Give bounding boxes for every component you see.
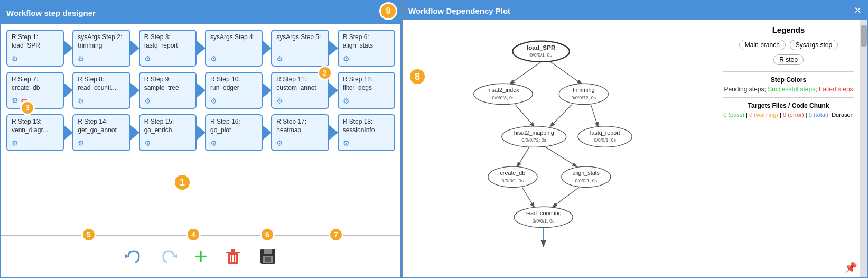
legend-sysargs-step[interactable]: Sysargs step: [790, 40, 838, 50]
step-block-s17[interactable]: R Step 17:heatmap ⚙: [271, 114, 329, 151]
scrollbar[interactable]: [860, 20, 867, 277]
scroll-thumb[interactable]: [861, 25, 867, 47]
arrow-s14-s15: [130, 125, 139, 141]
arrow-s13-s14: [63, 125, 73, 141]
undo-button[interactable]: [124, 247, 143, 266]
gear-icon-s11[interactable]: ⚙: [276, 97, 323, 105]
svg-line-17: [517, 147, 529, 166]
left-panel-header: Workflow step designer 9: [1, 1, 400, 24]
gear-icon-s5[interactable]: ⚙: [276, 54, 323, 63]
gear-icon-s15[interactable]: ⚙: [144, 139, 191, 147]
step-title-s6: R Step 6:align_stats: [343, 33, 390, 50]
pin-icon[interactable]: 📌: [844, 261, 857, 274]
step-row-3: R Step 13:venn_diagr... ⚙ R Step 14:get_…: [6, 114, 395, 151]
step-block-s4[interactable]: sysArgs Step 4: ⚙: [205, 30, 263, 67]
badge-2: 2: [318, 66, 332, 80]
gear-icon-s12[interactable]: ⚙: [343, 97, 390, 105]
step-title-s12: R Step 12:filter_degs: [343, 76, 390, 92]
right-panel-close-button[interactable]: ✕: [854, 5, 862, 16]
gear-icon-s16[interactable]: ⚙: [210, 139, 257, 147]
svg-rect-9: [264, 249, 272, 254]
gear-icon-s4[interactable]: ⚙: [210, 54, 257, 63]
arrow-s2-s3: [130, 40, 139, 56]
step-block-s15[interactable]: R Step 15:go_enrich ⚙: [139, 114, 197, 151]
legend-targets-title: Targets Files / Code Chunk: [723, 102, 854, 109]
svg-text:0/0/0/72; 0s: 0/0/0/72; 0s: [521, 137, 546, 143]
step-block-s18[interactable]: R Step 18:sessionInfo ⚙: [338, 114, 395, 151]
redo-button[interactable]: [159, 247, 178, 266]
badge-9: 9: [379, 2, 397, 20]
arrow-s10-s11: [262, 82, 272, 98]
add-step-button[interactable]: +: [194, 245, 208, 268]
arrow-s3-s4: [196, 40, 206, 56]
legend-main-branch[interactable]: Main branch: [739, 40, 786, 50]
step-block-s6[interactable]: R Step 6:align_stats ⚙: [338, 30, 395, 67]
step-block-s8[interactable]: R Step 8:read_counti... ⚙: [72, 72, 130, 109]
step-row-1: R Step 1:load_SPR ⚙ sysArgs Step 2: trim…: [6, 30, 395, 67]
step-block-s7[interactable]: R Step 7:create_db ⚙ ⇐ 3: [6, 72, 64, 109]
svg-text:hisat2_mapping: hisat2_mapping: [514, 129, 554, 136]
svg-line-13: [550, 62, 581, 84]
arrow-s17-s18: [329, 125, 338, 141]
gear-icon-s1[interactable]: ⚙: [12, 54, 59, 63]
gear-icon-s14[interactable]: ⚙: [78, 139, 125, 147]
gear-icon-s17[interactable]: ⚙: [276, 139, 323, 147]
step-block-s5[interactable]: sysArgs Step 5: ⚙: [271, 30, 329, 67]
step-title-s4: sysArgs Step 4:: [210, 33, 257, 42]
gear-icon-s9[interactable]: ⚙: [144, 97, 191, 105]
arrow-s9-s10: [196, 82, 206, 98]
legend-branches: Main branch Sysargs step R step: [723, 40, 854, 65]
gear-icon-s7[interactable]: ⚙: [12, 96, 18, 105]
step-block-s13[interactable]: R Step 13:venn_diagr... ⚙: [6, 114, 64, 151]
step-block-s16[interactable]: R Step 16:go_plot ⚙: [205, 114, 263, 151]
svg-text:create_db: create_db: [500, 170, 525, 176]
step-title-s11: R Step 11:custom_annot: [276, 76, 323, 92]
step-title-s2: sysArgs Step 2: trimming: [78, 33, 125, 50]
step-title-s3: R Step 3:fastq_report: [144, 33, 191, 50]
step-block-s9[interactable]: R Step 9:sample_tree ⚙: [139, 72, 197, 109]
svg-rect-4: [231, 249, 235, 252]
gear-icon-s6[interactable]: ⚙: [343, 54, 390, 63]
svg-text:0/0/0/8; 0s: 0/0/0/8; 0s: [492, 95, 515, 100]
gear-icon-s8[interactable]: ⚙: [78, 97, 125, 105]
legend-colors: Pending steps; Successful steps; Failed …: [723, 86, 854, 93]
gear-icon-s3[interactable]: ⚙: [144, 54, 191, 63]
save-button[interactable]: [258, 247, 277, 266]
gear-icon-s2[interactable]: ⚙: [78, 54, 125, 63]
step-block-s12[interactable]: R Step 12:filter_degs ⚙: [338, 72, 395, 109]
badge-3: 3: [20, 100, 35, 115]
legend-r-step[interactable]: R step: [773, 54, 804, 65]
step-block-s3[interactable]: R Step 3:fastq_report ⚙: [139, 30, 197, 67]
svg-text:0/0/0/1; 0s: 0/0/0/1; 0s: [575, 178, 597, 183]
svg-rect-3: [226, 252, 240, 253]
step-title-s1: R Step 1:load_SPR: [12, 33, 59, 50]
gear-icon-s13[interactable]: ⚙: [12, 139, 59, 147]
svg-line-12: [510, 62, 541, 84]
right-panel-title: Workflow Dependency Plot: [408, 6, 510, 15]
svg-text:load_SPR: load_SPR: [527, 44, 556, 51]
step-block-s14[interactable]: R Step 14:get_go_annot ⚙: [72, 114, 130, 151]
badge-5: 5: [81, 227, 96, 242]
svg-line-16: [591, 105, 598, 126]
gear-icon-s18[interactable]: ⚙: [343, 139, 390, 147]
svg-text:0/0/0/72; 0s: 0/0/0/72; 0s: [571, 95, 596, 100]
dependency-plot-area: 8: [403, 20, 717, 277]
svg-text:align_stats: align_stats: [573, 170, 600, 176]
svg-text:0/0/0/1; 0s: 0/0/0/1; 0s: [530, 52, 552, 58]
delete-button[interactable]: [223, 247, 242, 266]
left-panel-title: Workflow step designer: [6, 8, 96, 17]
step-block-s11[interactable]: R Step 11:custom_annot ⚙ 2: [271, 72, 329, 109]
gear-icon-s10[interactable]: ⚙: [210, 97, 257, 105]
step-title-s5: sysArgs Step 5:: [276, 33, 323, 42]
svg-line-18: [546, 147, 576, 166]
right-panel: Workflow Dependency Plot ✕ 8: [402, 0, 868, 278]
step-title-s18: R Step 18:sessionInfo: [343, 118, 390, 134]
svg-text:0/0/0/1; 0s: 0/0/0/1; 0s: [501, 178, 524, 183]
legend-targets: 0 (pass) | 0 (warning) | 0 (error) | 0 (…: [723, 112, 854, 118]
svg-text:0/0/0/1; 0s: 0/0/0/1; 0s: [533, 218, 555, 224]
badge-6: 6: [260, 227, 275, 242]
badge-4: 4: [186, 227, 201, 242]
step-block-s2[interactable]: sysArgs Step 2: trimming ⚙: [72, 30, 130, 67]
step-block-s1[interactable]: R Step 1:load_SPR ⚙: [6, 30, 64, 67]
step-block-s10[interactable]: R Step 10:run_edger ⚙: [205, 72, 263, 109]
